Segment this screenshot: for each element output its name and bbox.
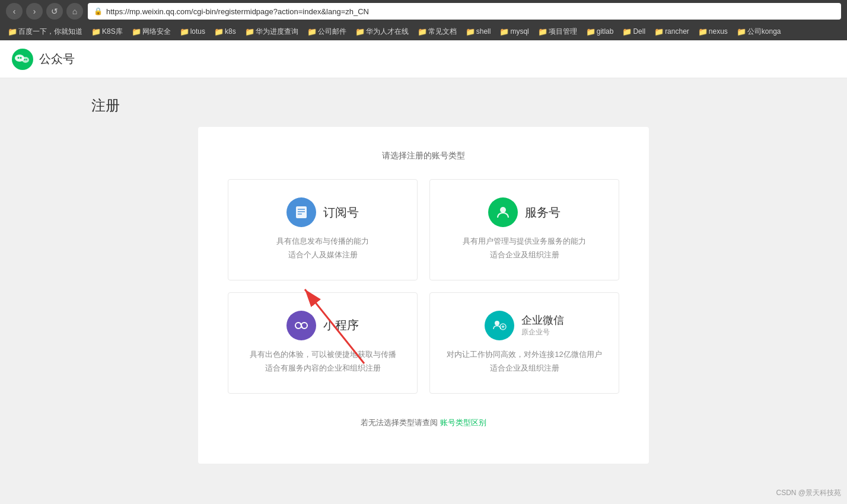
account-card-enterprise[interactable]: 企业微信 原企业号 对内让工作协同高效，对外连接12亿微信用户 适合企业及组织注…: [429, 292, 619, 394]
service-desc-line1: 具有用户管理与提供业务服务的能力: [463, 234, 586, 248]
bookmark-label: K8S库: [102, 27, 123, 37]
miniprogram-desc-line1: 具有出色的体验，可以被便捷地获取与传播: [250, 347, 396, 361]
bookmark-folder-icon: 📁: [587, 27, 595, 36]
bookmark-folder-icon: 📁: [180, 27, 189, 36]
subscription-desc-line2: 适合个人及媒体注册: [276, 248, 369, 261]
account-type-grid: 订阅号 具有信息发布与传播的能力 适合个人及媒体注册: [228, 179, 619, 394]
enterprise-subname: 原企业号: [521, 327, 564, 337]
bookmark-item[interactable]: 📁k8s: [211, 26, 240, 37]
url-text: https://mp.weixin.qq.com/cgi-bin/registe…: [106, 7, 369, 16]
site-logo: 公众号: [12, 49, 75, 70]
svg-point-3: [20, 57, 22, 59]
svg-rect-7: [296, 206, 307, 218]
bookmark-item[interactable]: 📁常见文档: [415, 25, 460, 38]
service-icon: [488, 197, 518, 227]
bookmark-folder-icon: 📁: [539, 27, 547, 36]
bookmark-item[interactable]: 📁公司邮件: [304, 25, 350, 38]
bookmark-label: k8s: [225, 27, 236, 36]
back-button[interactable]: ‹: [6, 3, 23, 20]
page-wrapper: 公众号 注册 请选择注册的账号类型: [0, 40, 847, 485]
reg-subtitle: 请选择注册的账号类型: [216, 151, 631, 161]
bookmark-item[interactable]: 📁项目管理: [535, 25, 581, 38]
account-card-miniprogram[interactable]: 小程序 具有出色的体验，可以被便捷地获取与传播 适合有服务内容的企业和组织注册: [228, 292, 418, 394]
bookmark-label: shell: [476, 27, 491, 36]
service-name: 服务号: [525, 205, 561, 221]
footer-link[interactable]: 账号类型区别: [440, 418, 486, 427]
svg-point-5: [24, 59, 25, 60]
enterprise-icon: [485, 311, 514, 340]
bookmark-item[interactable]: 📁gitlab: [583, 26, 617, 37]
bookmark-item[interactable]: 📁K8S库: [88, 25, 126, 38]
bookmark-folder-icon: 📁: [215, 27, 223, 36]
bookmark-item[interactable]: 📁华为人才在线: [352, 25, 412, 38]
bookmark-folder-icon: 📁: [737, 27, 746, 36]
bookmark-item[interactable]: 📁lotus: [177, 26, 209, 37]
site-header: 公众号: [0, 40, 847, 78]
enterprise-desc-line1: 对内让工作协同高效，对外连接12亿微信用户: [447, 347, 601, 361]
csdn-watermark: CSDN @景天科技苑: [776, 488, 841, 498]
bookmark-label: rancher: [665, 27, 689, 36]
main-content: 注册 请选择注册的账号类型 订: [68, 78, 779, 481]
wechat-logo-icon: [12, 49, 33, 70]
service-desc: 具有用户管理与提供业务服务的能力 适合企业及组织注册: [463, 234, 586, 262]
bookmark-item[interactable]: 📁华为进度查询: [242, 25, 302, 38]
site-name: 公众号: [39, 51, 75, 67]
account-card-header-service: 服务号: [488, 197, 561, 227]
bookmark-folder-icon: 📁: [246, 27, 254, 36]
subscription-desc-line1: 具有信息发布与传播的能力: [276, 234, 369, 248]
forward-button[interactable]: ›: [26, 3, 43, 20]
watermark-text: CSDN @景天科技苑: [776, 489, 841, 497]
enterprise-name: 企业微信: [521, 313, 564, 327]
bookmark-label: gitlab: [597, 27, 614, 36]
bookmark-item[interactable]: 📁公司konga: [734, 25, 785, 38]
bookmark-label: 公司konga: [747, 27, 781, 37]
enterprise-desc: 对内让工作协同高效，对外连接12亿微信用户 适合企业及组织注册: [447, 347, 601, 375]
account-card-header-subscription: 订阅号: [286, 197, 359, 227]
bookmark-folder-icon: 📁: [8, 27, 17, 36]
bookmark-item[interactable]: 📁shell: [463, 26, 495, 37]
service-desc-line2: 适合企业及组织注册: [463, 248, 586, 261]
bookmark-folder-icon: 📁: [418, 27, 426, 36]
bookmark-folder-icon: 📁: [356, 27, 364, 36]
miniprogram-desc-line2: 适合有服务内容的企业和组织注册: [250, 361, 396, 375]
bookmark-label: 公司邮件: [318, 27, 346, 37]
bookmark-folder-icon: 📁: [92, 27, 100, 36]
page-title: 注册: [91, 96, 756, 115]
account-card-header-miniprogram: 小程序: [286, 311, 359, 340]
bookmark-item[interactable]: 📁nexus: [695, 26, 731, 37]
bookmark-folder-icon: 📁: [623, 27, 631, 36]
home-button[interactable]: ⌂: [66, 3, 83, 20]
browser-toolbar: ‹ › ↺ ⌂ 🔒 https://mp.weixin.qq.com/cgi-b…: [0, 0, 847, 23]
account-card-subscription[interactable]: 订阅号 具有信息发布与传播的能力 适合个人及媒体注册: [228, 179, 418, 280]
bookmark-label: 华为进度查询: [256, 27, 298, 37]
subscription-icon: [286, 197, 316, 227]
svg-point-15: [495, 321, 499, 326]
bookmark-folder-icon: 📁: [308, 27, 316, 36]
svg-point-11: [500, 207, 506, 213]
bookmark-item[interactable]: 📁rancher: [651, 26, 693, 37]
bookmark-folder-icon: 📁: [500, 27, 508, 36]
refresh-button[interactable]: ↺: [46, 3, 63, 20]
bookmark-item[interactable]: 📁Dell: [619, 26, 649, 37]
bookmark-label: 百度一下，你就知道: [18, 27, 82, 37]
bookmark-label: Dell: [633, 27, 645, 36]
footer-text: 若无法选择类型请查阅: [361, 418, 438, 427]
bookmark-item[interactable]: 📁百度一下，你就知道: [5, 25, 86, 38]
svg-point-6: [26, 59, 27, 60]
address-bar[interactable]: 🔒 https://mp.weixin.qq.com/cgi-bin/regis…: [88, 3, 841, 20]
bookmarks-bar: 📁百度一下，你就知道📁K8S库📁网络安全📁lotus📁k8s📁华为进度查询📁公司…: [0, 23, 847, 40]
miniprogram-desc: 具有出色的体验，可以被便捷地获取与传播 适合有服务内容的企业和组织注册: [250, 347, 396, 375]
bookmark-label: lotus: [190, 27, 205, 36]
account-card-service[interactable]: 服务号 具有用户管理与提供业务服务的能力 适合企业及组织注册: [429, 179, 619, 280]
bookmark-label: 网络安全: [142, 27, 171, 37]
miniprogram-icon: [286, 311, 316, 340]
browser-chrome: ‹ › ↺ ⌂ 🔒 https://mp.weixin.qq.com/cgi-b…: [0, 0, 847, 40]
bookmark-item[interactable]: 📁mysql: [496, 26, 532, 37]
miniprogram-name: 小程序: [323, 317, 359, 333]
enterprise-desc-line2: 适合企业及组织注册: [447, 361, 601, 375]
bookmark-label: 项目管理: [549, 27, 577, 37]
lock-icon: 🔒: [94, 7, 103, 15]
bookmark-item[interactable]: 📁网络安全: [129, 25, 174, 38]
bookmark-label: nexus: [709, 27, 728, 36]
bookmark-folder-icon: 📁: [132, 27, 141, 36]
